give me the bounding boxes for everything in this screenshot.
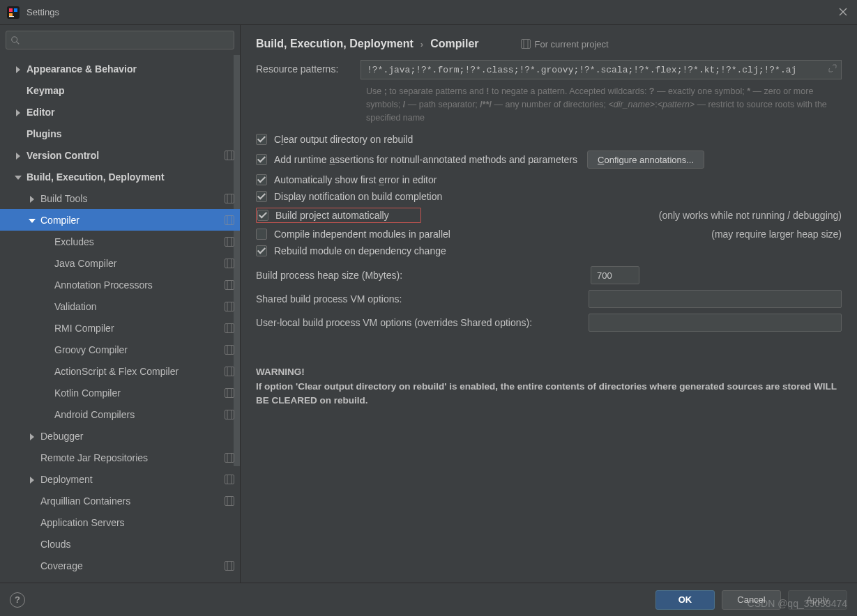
svg-rect-19 xyxy=(227,323,232,332)
svg-rect-20 xyxy=(225,345,234,354)
warning-block: WARNING! If option 'Clear output directo… xyxy=(256,337,842,408)
chevron-none-icon xyxy=(28,454,36,462)
sidebar-item-label: Build Tools xyxy=(40,193,87,204)
project-scope-icon xyxy=(225,323,234,333)
sidebar-item-editor[interactable]: Editor xyxy=(0,101,240,123)
svg-rect-21 xyxy=(227,345,232,354)
configure-annotations-button[interactable]: Configure annotations... xyxy=(587,151,704,169)
sidebar-item-label: RMI Compiler xyxy=(54,323,114,334)
sidebar: Appearance & BehaviorKeymapEditorPlugins… xyxy=(0,25,241,583)
svg-rect-35 xyxy=(227,561,232,570)
svg-rect-27 xyxy=(227,410,232,419)
sidebar-item-build-tools[interactable]: Build Tools xyxy=(0,187,240,209)
sidebar-item-label: Editor xyxy=(26,107,54,118)
sidebar-item-compiler[interactable]: Compiler xyxy=(0,209,240,231)
sidebar-item-label: Remote Jar Repositories xyxy=(40,452,148,463)
breadcrumb-a[interactable]: Build, Execution, Deployment xyxy=(256,38,414,50)
project-scope-icon xyxy=(225,302,234,311)
project-scope-icon xyxy=(225,561,234,571)
sidebar-item-excludes[interactable]: Excludes xyxy=(0,231,240,252)
svg-rect-37 xyxy=(524,40,528,49)
sidebar-item-label: Validation xyxy=(54,301,96,312)
sidebar-item-keymap[interactable]: Keymap xyxy=(0,79,240,101)
build-auto-aside: (only works while not running / debuggin… xyxy=(645,210,842,221)
chevron-none-icon xyxy=(14,86,22,95)
sidebar-item-actionscript-flex-compiler[interactable]: ActionScript & Flex Compiler xyxy=(0,360,240,382)
app-icon xyxy=(7,6,20,19)
chevron-right-icon xyxy=(28,194,36,203)
chevron-none-icon xyxy=(42,259,50,268)
expand-icon[interactable] xyxy=(828,64,837,75)
svg-rect-11 xyxy=(227,237,232,246)
cancel-button[interactable]: Cancel xyxy=(722,590,781,610)
sidebar-item-remote-jar-repositories[interactable]: Remote Jar Repositories xyxy=(0,447,240,468)
sidebar-item-rmi-compiler[interactable]: RMI Compiler xyxy=(0,317,240,339)
project-scope-icon xyxy=(225,388,234,398)
close-icon[interactable] xyxy=(836,3,850,21)
sidebar-item-android-compilers[interactable]: Android Compilers xyxy=(0,403,240,425)
compile-parallel-label: Compile independent modules in parallel xyxy=(274,229,450,240)
sidebar-item-build-execution-deployment[interactable]: Build, Execution, Deployment xyxy=(0,166,240,187)
search-icon xyxy=(10,36,20,45)
apply-button[interactable]: Apply xyxy=(788,590,847,610)
sidebar-item-clouds[interactable]: Clouds xyxy=(0,533,240,555)
project-scope-icon xyxy=(225,151,234,160)
svg-rect-36 xyxy=(521,40,530,49)
chevron-none-icon xyxy=(42,367,50,376)
settings-tree: Appearance & BehaviorKeymapEditorPlugins… xyxy=(0,55,240,583)
sidebar-item-label: Java Compiler xyxy=(54,258,116,269)
sidebar-item-plugins[interactable]: Plugins xyxy=(0,123,240,144)
chevron-none-icon xyxy=(42,281,50,289)
sidebar-item-deployment[interactable]: Deployment xyxy=(0,468,240,490)
clear-output-label: Clear output directory on rebuild xyxy=(274,134,413,145)
sidebar-item-debugger[interactable]: Debugger xyxy=(0,425,240,447)
warning-title: WARNING! xyxy=(256,365,842,379)
build-auto-checkbox[interactable] xyxy=(257,210,268,221)
sidebar-item-validation[interactable]: Validation xyxy=(0,295,240,317)
sidebar-item-application-servers[interactable]: Application Servers xyxy=(0,511,240,533)
svg-rect-0 xyxy=(7,6,20,19)
heap-size-input[interactable] xyxy=(591,266,639,284)
resource-patterns-label: Resource patterns: xyxy=(256,60,361,75)
search-field[interactable] xyxy=(24,35,229,45)
svg-rect-25 xyxy=(227,388,232,397)
search-input[interactable] xyxy=(6,31,234,49)
sidebar-item-arquillian-containers[interactable]: Arquillian Containers xyxy=(0,490,240,511)
project-scope-icon xyxy=(225,215,234,225)
help-button[interactable]: ? xyxy=(10,592,25,608)
ok-button[interactable]: OK xyxy=(655,590,715,610)
project-scope-icon xyxy=(225,475,234,484)
project-scope-icon xyxy=(225,194,234,203)
chevron-right-icon xyxy=(28,432,36,440)
sidebar-item-annotation-processors[interactable]: Annotation Processors xyxy=(0,274,240,295)
svg-rect-4 xyxy=(225,151,234,160)
sidebar-item-version-control[interactable]: Version Control xyxy=(0,144,240,166)
sidebar-item-label: Annotation Processors xyxy=(54,279,153,291)
resource-patterns-input[interactable]: !?*.java;!?*.form;!?*.class;!?*.groovy;!… xyxy=(361,60,842,79)
compile-parallel-checkbox[interactable] xyxy=(256,229,267,240)
svg-rect-17 xyxy=(227,302,232,311)
rebuild-dependency-checkbox[interactable] xyxy=(256,245,267,256)
sidebar-item-label: Compiler xyxy=(40,215,79,226)
shared-vm-label: Shared build process VM options: xyxy=(256,293,589,305)
svg-rect-32 xyxy=(225,496,234,505)
shared-vm-input[interactable] xyxy=(589,290,842,308)
chevron-none-icon xyxy=(42,238,50,246)
svg-rect-34 xyxy=(225,561,234,570)
sidebar-item-appearance-behavior[interactable]: Appearance & Behavior xyxy=(0,58,240,79)
breadcrumb: Build, Execution, Deployment › Compiler … xyxy=(256,38,842,50)
sidebar-item-label: ActionScript & Flex Compiler xyxy=(54,366,179,377)
chevron-none-icon xyxy=(28,562,36,570)
auto-show-error-checkbox[interactable] xyxy=(256,174,267,185)
sidebar-item-groovy-compiler[interactable]: Groovy Compiler xyxy=(0,339,240,360)
runtime-assertions-checkbox[interactable] xyxy=(256,154,267,165)
sidebar-item-kotlin-compiler[interactable]: Kotlin Compiler xyxy=(0,382,240,403)
display-notification-checkbox[interactable] xyxy=(256,191,267,202)
sidebar-item-label: Android Compilers xyxy=(54,409,135,420)
sidebar-item-coverage[interactable]: Coverage xyxy=(0,555,240,576)
sidebar-item-java-compiler[interactable]: Java Compiler xyxy=(0,252,240,274)
clear-output-checkbox[interactable] xyxy=(256,134,267,145)
user-vm-input[interactable] xyxy=(589,314,842,332)
svg-rect-29 xyxy=(227,453,232,462)
svg-point-2 xyxy=(12,36,17,42)
